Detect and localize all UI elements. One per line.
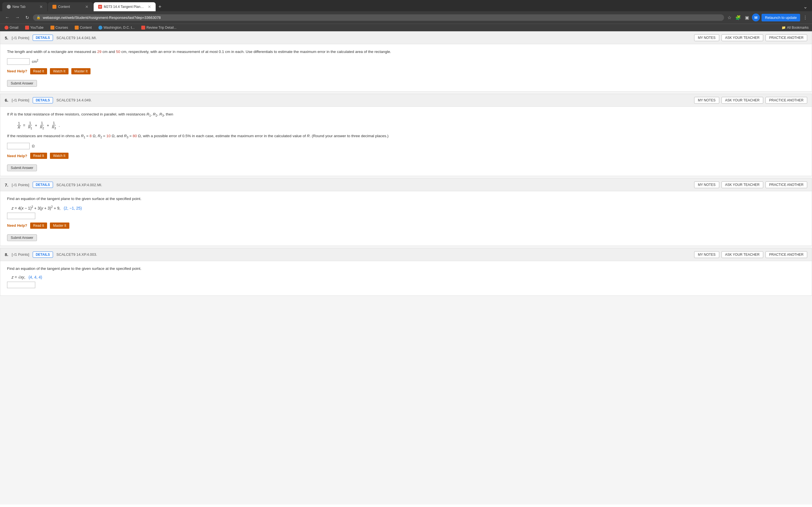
question-8-scalcet: SCALCET9 14.XP.4.003.: [56, 252, 97, 257]
question-7-submit-btn[interactable]: Submit Answer: [7, 234, 37, 241]
bookmark-courses-label: Courses: [56, 25, 68, 30]
back-button[interactable]: ←: [3, 14, 11, 21]
question-6-practice-btn[interactable]: PRACTICE ANOTHER: [765, 97, 807, 104]
question-5-scalcet: SCALCET9 14.4.041.MI.: [56, 36, 97, 40]
question-5-submit-btn[interactable]: Submit Answer: [7, 80, 37, 87]
question-5-answer-input[interactable]: [7, 58, 30, 65]
browser-chrome: New Tab ✕ Content ✕ W M273 14.4 Tangent …: [0, 0, 812, 31]
q6-frac-1R3: 1R3: [51, 121, 57, 130]
bookmark-washington[interactable]: Washington, D.C. t...: [97, 25, 136, 30]
bookmark-star-button[interactable]: ☆: [726, 14, 732, 21]
question-7-ask-teacher-btn[interactable]: ASK YOUR TEACHER: [721, 181, 763, 188]
nav-bar: ← → ↻ 🔒 webassign.net/web/Student/Assign…: [0, 11, 812, 24]
youtube-favicon: [25, 25, 29, 30]
q6-frac-1R: 1R: [17, 121, 21, 129]
question-7-body: Find an equation of the tangent plane to…: [0, 191, 812, 245]
question-8-ask-teacher-btn[interactable]: ASK YOUR TEACHER: [721, 251, 763, 258]
question-6-need-help-label: Need Help?: [7, 154, 28, 158]
question-6-details-btn[interactable]: DETAILS: [33, 97, 53, 103]
question-7-read-it-btn[interactable]: Read It: [30, 223, 47, 229]
bookmark-youtube[interactable]: YouTube: [24, 25, 45, 30]
question-8-equation: z = √xy, (4, 4, 4): [11, 275, 805, 279]
question-8-input-row: [7, 282, 805, 288]
nav-actions: ☆ 🧩 ▣ M Relaunch to update ⋮: [726, 13, 809, 21]
tab-overflow-button[interactable]: ⌄: [801, 3, 810, 11]
tab-content-close[interactable]: ✕: [85, 4, 89, 9]
content-favicon: [52, 5, 56, 9]
all-bookmarks[interactable]: 📁 All Bookmarks: [781, 25, 809, 30]
question-7-details-btn[interactable]: DETAILS: [33, 182, 53, 188]
question-5-details-btn[interactable]: DETAILS: [33, 35, 53, 41]
q6-fraction-label: 1R = 1R1 + 1R2 + 1R3 .: [16, 123, 60, 128]
question-6-header: 6. [-/1 Points] DETAILS SCALCET9 14.4.04…: [0, 94, 812, 107]
question-7-need-help: Need Help? Read It Master It: [7, 223, 805, 229]
question-8-points: [-/1 Points]: [12, 252, 29, 257]
bookmark-content-label: Content: [80, 25, 92, 30]
question-6-unit: Ω: [32, 144, 35, 148]
bookmark-courses[interactable]: Courses: [49, 25, 69, 30]
question-6-text-post: If the resistances are measured in ohms …: [7, 133, 805, 140]
relaunch-button[interactable]: Relaunch to update: [762, 14, 800, 21]
question-6-read-it-btn[interactable]: Read It: [30, 153, 47, 159]
tab-new-tab-close[interactable]: ✕: [40, 4, 43, 9]
reload-button[interactable]: ↻: [24, 14, 31, 21]
question-7-practice-btn[interactable]: PRACTICE ANOTHER: [765, 181, 807, 188]
question-8-actions: MY NOTES ASK YOUR TEACHER PRACTICE ANOTH…: [694, 251, 807, 258]
question-8-text: Find an equation of the tangent plane to…: [7, 266, 805, 272]
new-tab-favicon: [7, 5, 11, 9]
question-5-master-it-btn[interactable]: Master It: [71, 68, 91, 74]
q6-frac-1R2: 1R2: [39, 121, 45, 130]
question-6-my-notes-btn[interactable]: MY NOTES: [694, 97, 719, 104]
q6-frac-1R1: 1R1: [28, 121, 33, 130]
question-8-answer-input[interactable]: [7, 282, 35, 288]
profile-button[interactable]: M: [752, 13, 760, 21]
question-6-body: If R is the total resistance of three re…: [0, 107, 812, 176]
extension-button[interactable]: 🧩: [734, 14, 742, 21]
question-7-answer-input[interactable]: [7, 213, 35, 219]
question-5-body: The length and width of a rectangle are …: [0, 44, 812, 91]
lock-icon: 🔒: [36, 15, 41, 19]
question-7-master-it-btn[interactable]: Master It: [50, 223, 69, 229]
bookmark-review[interactable]: Review Trip Detail...: [140, 25, 177, 30]
new-tab-button[interactable]: +: [156, 4, 164, 10]
question-6-actions: MY NOTES ASK YOUR TEACHER PRACTICE ANOTH…: [694, 97, 807, 104]
question-7-need-help-label: Need Help?: [7, 223, 28, 228]
question-7-scalcet: SCALCET9 14.XP.4.002.MI.: [56, 183, 102, 187]
question-5-ask-teacher-btn[interactable]: ASK YOUR TEACHER: [721, 34, 763, 41]
question-5-points: [-/1 Points]: [12, 36, 29, 40]
question-6-ask-teacher-btn[interactable]: ASK YOUR TEACHER: [721, 97, 763, 104]
q7-eq: z = 4(x − 1)2 + 3(y + 3)2 + 9, (2, −1, 2…: [11, 206, 82, 210]
question-6-submit-btn[interactable]: Submit Answer: [7, 165, 37, 171]
bookmark-washington-label: Washington, D.C. t...: [103, 25, 135, 30]
sidebar-button[interactable]: ▣: [744, 14, 750, 21]
question-5-my-notes-btn[interactable]: MY NOTES: [694, 34, 719, 41]
address-bar[interactable]: 🔒 webassign.net/web/Student/Assignment-R…: [33, 14, 724, 21]
question-8-my-notes-btn[interactable]: MY NOTES: [694, 251, 719, 258]
question-5-header: 5. [-/1 Points] DETAILS SCALCET9 14.4.04…: [0, 32, 812, 44]
question-6-block: 6. [-/1 Points] DETAILS SCALCET9 14.4.04…: [0, 94, 812, 176]
forward-button[interactable]: →: [13, 14, 21, 21]
tab-webassign[interactable]: W M273 14.4 Tangent Planes - ✕: [94, 2, 156, 11]
menu-button[interactable]: ⋮: [802, 14, 809, 21]
question-5-read-it-btn[interactable]: Read It: [30, 68, 47, 74]
question-5-watch-it-btn[interactable]: Watch It: [50, 68, 68, 74]
tab-webassign-close[interactable]: ✕: [148, 4, 151, 9]
question-6-num: 6.: [5, 98, 8, 103]
question-8-details-btn[interactable]: DETAILS: [33, 251, 53, 258]
q7-point: (2, −1, 25): [64, 206, 82, 210]
tab-content[interactable]: Content ✕: [48, 2, 93, 11]
courses-favicon: [50, 25, 54, 30]
question-8-practice-btn[interactable]: PRACTICE ANOTHER: [765, 251, 807, 258]
q8-point: (4, 4, 4): [29, 275, 42, 279]
q6-val3: 80: [133, 134, 137, 138]
question-5-unit: cm2: [32, 59, 38, 64]
bookmark-gmail[interactable]: Gmail: [3, 25, 19, 30]
question-6-answer-input[interactable]: [7, 143, 30, 149]
question-6-watch-it-btn[interactable]: Watch It: [50, 153, 68, 159]
tab-new-tab[interactable]: New Tab ✕: [2, 2, 47, 11]
question-7-my-notes-btn[interactable]: MY NOTES: [694, 181, 719, 188]
question-5-practice-btn[interactable]: PRACTICE ANOTHER: [765, 34, 807, 41]
q5-val1: 29: [97, 50, 101, 54]
bookmark-content[interactable]: Content: [73, 25, 93, 30]
question-6-text-pre: If R is the total resistance of three re…: [7, 111, 805, 118]
